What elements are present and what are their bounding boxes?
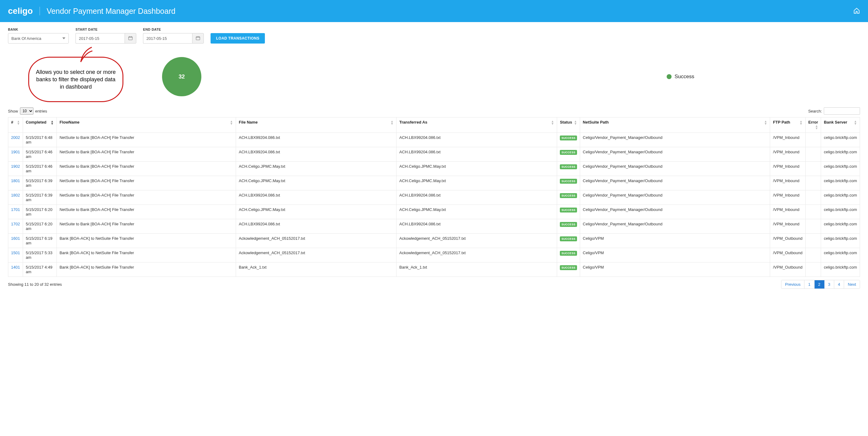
calendar-icon (128, 36, 133, 41)
row-nspath: Celigo/Vendor_Payment_Manager/Outbound (580, 176, 770, 191)
col-header-filename[interactable]: File Name (236, 118, 396, 133)
status-badge: SUCCESS (560, 136, 577, 140)
row-nspath: Celigo/Vendor_Payment_Manager/Outbound (580, 191, 770, 205)
row-filename: ACH.LBX99204.086.txt (236, 133, 396, 147)
chevron-down-icon (62, 37, 65, 39)
row-completed: 5/15/2017 6:39 am (23, 191, 57, 205)
row-completed: 5/15/2017 6:39 am (23, 176, 57, 191)
row-server: celigo.brickftp.com (821, 176, 860, 191)
show-entries-prefix: Show (8, 109, 18, 113)
table-row: 17015/15/2017 6:20 amNetSuite to Bank [B… (8, 205, 860, 219)
row-transferred: ACH.LBX99204.086.txt (397, 219, 557, 234)
row-server: celigo.brickftp.com (821, 234, 860, 248)
table-row: 19025/15/2017 6:46 amNetSuite to Bank [B… (8, 162, 860, 176)
row-flowname: NetSuite to Bank [BOA-ACH] File Transfer (57, 219, 236, 234)
row-filename: ACH.LBX99204.086.txt (236, 147, 396, 162)
row-nspath: Celigo/VPM (580, 263, 770, 277)
row-transferred: ACH.Celigo.JPMC.May.txt (397, 205, 557, 219)
row-id-link[interactable]: 1802 (11, 193, 20, 197)
showing-entries-text: Showing 11 to 20 of 32 entries (8, 282, 62, 287)
table-row: 20025/15/2017 6:48 amNetSuite to Bank [B… (8, 133, 860, 147)
entries-per-page-select[interactable]: 10 (20, 107, 33, 115)
pagination-page[interactable]: 3 (825, 280, 834, 289)
row-flowname: NetSuite to Bank [BOA-ACH] File Transfer (57, 147, 236, 162)
row-error (805, 205, 821, 219)
row-completed: 5/15/2017 6:20 am (23, 219, 57, 234)
row-id-link[interactable]: 1401 (11, 265, 20, 269)
row-error (805, 219, 821, 234)
row-completed: 5/15/2017 4:49 am (23, 263, 57, 277)
row-ftp: /VPM_Inbound (770, 162, 805, 176)
col-header-completed[interactable]: Completed (23, 118, 57, 133)
row-id-link[interactable]: 1901 (11, 149, 20, 154)
row-error (805, 133, 821, 147)
pagination-page[interactable]: 4 (834, 280, 844, 289)
end-date-label: END DATE (143, 28, 204, 31)
row-flowname: NetSuite to Bank [BOA-ACH] File Transfer (57, 162, 236, 176)
row-server: celigo.brickftp.com (821, 205, 860, 219)
row-error (805, 176, 821, 191)
bank-label: BANK (8, 28, 69, 31)
status-badge: SUCCESS (560, 193, 577, 198)
pagination-page[interactable]: 1 (804, 280, 814, 289)
row-nspath: Celigo/Vendor_Payment_Manager/Outbound (580, 147, 770, 162)
row-transferred: ACH.Celigo.JPMC.May.txt (397, 176, 557, 191)
start-date-picker-button[interactable] (125, 33, 136, 43)
bank-select-value: Bank Of America (11, 36, 41, 41)
row-id-link[interactable]: 1801 (11, 178, 20, 183)
pagination-next[interactable]: Next (844, 280, 860, 289)
callout-bubble: Allows you to select one or more banks t… (28, 57, 123, 102)
search-input[interactable] (824, 107, 860, 115)
row-nspath: Celigo/VPM (580, 234, 770, 248)
col-header-nspath[interactable]: NetSuite Path (580, 118, 770, 133)
row-id-link[interactable]: 1902 (11, 164, 20, 169)
col-header-status[interactable]: Status (557, 118, 580, 133)
pagination-prev[interactable]: Previous (781, 280, 805, 289)
row-id-link[interactable]: 1701 (11, 207, 20, 212)
row-id-link[interactable]: 1501 (11, 250, 20, 255)
end-date-input[interactable]: 2017-05-15 (143, 33, 192, 43)
calendar-icon (196, 36, 200, 41)
header-bar: celigo Vendor Payment Manager Dashboard (0, 0, 868, 22)
row-error (805, 191, 821, 205)
home-icon[interactable] (853, 7, 860, 15)
row-completed: 5/15/2017 6:19 am (23, 234, 57, 248)
col-header-id[interactable]: # (8, 118, 23, 133)
row-server: celigo.brickftp.com (821, 263, 860, 277)
table-row: 17025/15/2017 6:20 amNetSuite to Bank [B… (8, 219, 860, 234)
col-header-ftppath[interactable]: FTP Path (770, 118, 805, 133)
pagination-page[interactable]: 2 (815, 280, 825, 289)
row-ftp: /VPM_Inbound (770, 147, 805, 162)
row-transferred: ACH.LBX99204.086.txt (397, 133, 557, 147)
svg-rect-4 (196, 36, 200, 40)
row-completed: 5/15/2017 6:46 am (23, 147, 57, 162)
table-row: 18015/15/2017 6:39 amNetSuite to Bank [B… (8, 176, 860, 191)
row-id-link[interactable]: 1601 (11, 236, 20, 241)
load-transactions-button[interactable]: LOAD TRANSACTIONS (211, 33, 265, 43)
sort-icon (17, 120, 20, 125)
legend-dot-icon (666, 74, 672, 79)
sort-icon (51, 120, 54, 125)
chart-legend: Success (666, 74, 694, 80)
col-header-error[interactable]: Error (805, 118, 821, 133)
col-header-transferred[interactable]: Transferred As (397, 118, 557, 133)
row-flowname: NetSuite to Bank [BOA-ACH] File Transfer (57, 176, 236, 191)
col-header-bankserver[interactable]: Bank Server (821, 118, 860, 133)
row-error (805, 162, 821, 176)
legend-label: Success (675, 74, 694, 80)
status-badge: SUCCESS (560, 251, 577, 256)
status-pie-chart: 32 (162, 57, 202, 96)
start-date-input[interactable]: 2017-05-15 (75, 33, 125, 43)
end-date-picker-button[interactable] (192, 33, 204, 43)
row-id-link[interactable]: 2002 (11, 135, 20, 140)
row-flowname: NetSuite to Bank [BOA-ACH] File Transfer (57, 205, 236, 219)
transactions-table: # Completed FlowName File Name Transferr… (8, 117, 860, 277)
col-header-flowname[interactable]: FlowName (57, 118, 236, 133)
status-badge: SUCCESS (560, 222, 577, 227)
row-transferred: ACH.LBX99204.086.txt (397, 147, 557, 162)
bank-select[interactable]: Bank Of America (8, 33, 69, 43)
row-error (805, 263, 821, 277)
row-server: celigo.brickftp.com (821, 147, 860, 162)
status-badge: SUCCESS (560, 164, 577, 169)
row-id-link[interactable]: 1702 (11, 222, 20, 226)
